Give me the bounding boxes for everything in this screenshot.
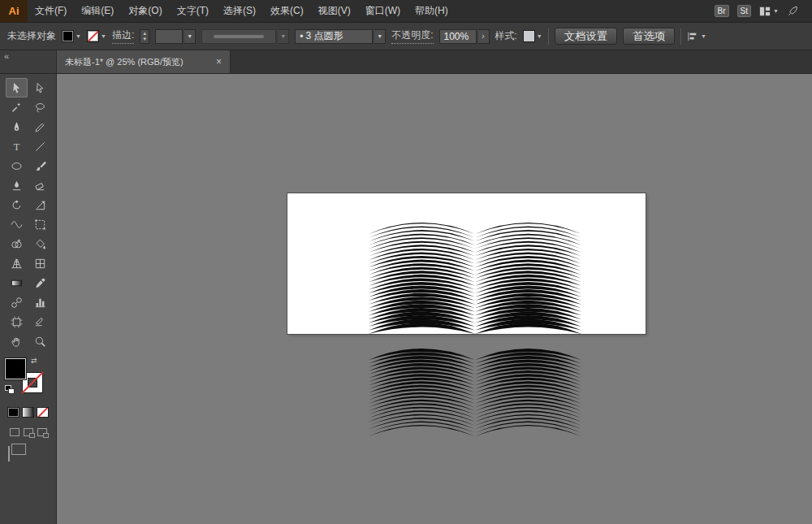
opacity-label[interactable]: 不透明度: [391,28,433,44]
rotate-tool[interactable] [6,195,28,214]
line-tool[interactable] [29,136,51,156]
stroke-weight-label[interactable]: 描边: [112,28,134,44]
perspective-grid-tool[interactable] [6,253,28,273]
tool-row [6,331,51,351]
ellipse-icon [11,160,23,172]
opacity-control[interactable]: 100% › [439,29,490,44]
direct-selection-tool[interactable] [29,78,51,97]
paintbrush-tool[interactable] [29,156,51,175]
menu-item-1[interactable]: 编辑(E) [74,0,121,22]
close-tab-icon[interactable]: × [216,57,222,67]
draw-inside-icon[interactable] [37,428,47,436]
brush-definition-dropdown[interactable]: • 3 点圆形 ▼ [295,29,386,44]
stroke-color-swatch[interactable] [87,30,99,42]
none-button[interactable] [37,407,49,418]
tool-row [6,78,51,97]
mesh-tool[interactable] [29,253,51,273]
eyedropper-tool[interactable] [29,273,51,292]
tool-row [6,312,51,331]
gradient-icon [11,277,23,289]
chevron-right-icon[interactable]: › [478,29,490,44]
tool-row [6,214,51,234]
screen-mode-control [8,447,10,461]
mesh-icon [34,258,46,270]
bridge-button[interactable]: Br [715,5,729,17]
tool-row [6,253,51,273]
blob-brush-tool[interactable] [6,175,28,195]
tool-row: T [6,136,51,156]
arrange-documents-button[interactable]: ▼ [759,6,779,17]
hand-tool[interactable] [6,331,28,351]
stroke-weight-value[interactable] [155,29,183,44]
preferences-button[interactable]: 首选项 [623,28,675,45]
align-options-button[interactable]: ▼ [687,32,706,41]
menu-item-2[interactable]: 对象(O) [121,0,169,22]
blend-tool[interactable] [6,292,28,312]
stock-button[interactable]: St [737,5,751,17]
brush-preview-icon: • [300,31,303,42]
gradient-button[interactable] [22,407,34,418]
change-screen-mode-icon[interactable] [8,446,10,461]
rotate-icon [11,199,23,211]
draw-behind-icon[interactable] [24,428,33,436]
hand-icon [11,336,23,348]
gpu-performance-button[interactable] [787,5,799,17]
menu-item-4[interactable]: 选择(S) [216,0,263,22]
live-paint-tool[interactable] [29,234,51,253]
document-setup-button[interactable]: 文档设置 [555,28,617,45]
scale-tool[interactable] [29,195,51,214]
stepper-down-icon[interactable]: ▼ [142,37,147,41]
stroke-color-control[interactable]: ▼ [87,30,106,42]
menu-item-0[interactable]: 文件(F) [28,0,74,22]
menu-item-5[interactable]: 效果(C) [263,0,311,22]
document-tab[interactable]: 未标题-1* @ 25% (RGB/预览) × [57,50,231,73]
tool-row [6,273,51,292]
blend-artwork[interactable] [365,197,585,441]
zoom-tool[interactable] [29,331,51,351]
blob-brush-icon [11,180,23,192]
chevron-down-icon[interactable]: ▼ [374,29,386,44]
ellipse-tool[interactable] [6,156,28,175]
free-transform-tool[interactable] [29,214,51,234]
eraser-tool[interactable] [29,175,51,195]
menu-item-6[interactable]: 视图(V) [311,0,358,22]
fill-swatch[interactable] [5,358,26,379]
type-tool[interactable]: T [6,136,28,156]
magic-wand-tool[interactable] [6,97,28,117]
slice-icon [34,316,46,328]
gpu-performance-icon [787,5,799,17]
stroke-weight-stepper[interactable]: ▲▼ [140,29,149,44]
pencil-tool[interactable] [29,117,51,136]
stroke-weight-dropdown[interactable]: ▼ [155,29,196,44]
fill-color-swatch[interactable] [62,30,74,42]
width-tool[interactable] [6,214,28,234]
collapse-panel-icon[interactable]: « [4,51,9,61]
menu-item-7[interactable]: 窗口(W) [358,0,408,22]
color-button[interactable] [7,407,19,418]
default-fill-stroke-icon[interactable] [5,385,15,394]
document-canvas[interactable] [57,74,812,524]
slice-tool[interactable] [29,312,51,331]
swap-fill-stroke-icon[interactable]: ⇄ [31,357,37,365]
document-title: 未标题-1* @ 25% (RGB/预览) [65,56,208,68]
artboard-tool[interactable] [6,312,28,331]
gradient-tool[interactable] [6,273,28,292]
style-swatch[interactable] [523,30,535,42]
chevron-down-icon[interactable]: ▼ [184,29,196,44]
graph-tool[interactable] [29,292,51,312]
graph-icon [34,297,46,309]
menu-item-8[interactable]: 帮助(H) [408,0,456,22]
stepper-up-icon[interactable]: ▲ [142,31,147,36]
shape-builder-tool[interactable] [6,234,28,253]
lasso-tool[interactable] [29,97,51,117]
draw-normal-icon[interactable] [10,428,19,436]
magic-wand-icon [11,102,23,114]
opacity-value[interactable]: 100% [439,29,477,44]
style-dropdown[interactable]: ▼ [523,30,542,42]
tool-row [6,195,51,214]
menu-item-3[interactable]: 文字(T) [170,0,216,22]
fill-color-control[interactable]: ▼ [62,30,81,42]
selection-tool[interactable] [6,78,28,97]
tool-row [6,156,51,175]
pen-tool[interactable] [6,117,28,136]
